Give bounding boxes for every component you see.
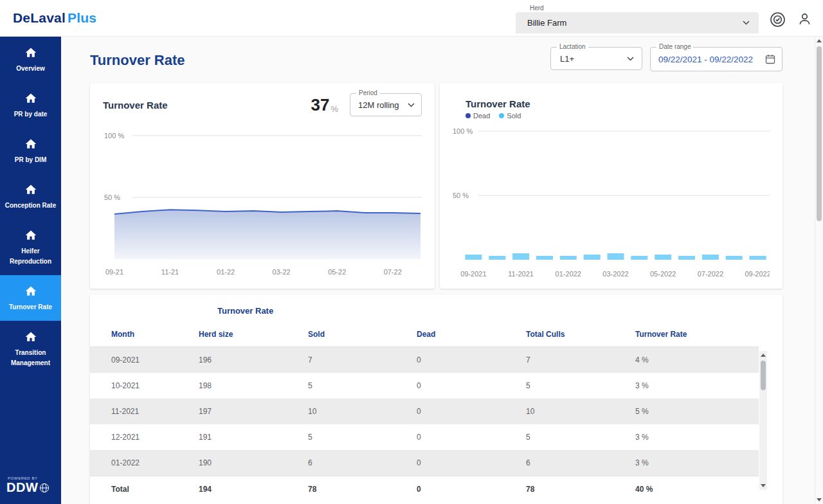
- turnover-line-chart: 100 %50 %09-2111-2101-2203-2205-2207-22: [103, 122, 422, 282]
- home-icon: [24, 229, 37, 242]
- herd-select-group: Herd Billie Farm: [516, 3, 759, 33]
- turnover-table: MonthHerd sizeSoldDeadTotal CullsTurnove…: [90, 323, 759, 502]
- svg-text:03-2022: 03-2022: [602, 270, 628, 278]
- sidebar-nav: OverviewPR by datePR by DIMConception Ra…: [0, 37, 61, 377]
- table-body: 09-20211967074 %10-20211985053 %11-20211…: [90, 347, 759, 476]
- period-select[interactable]: Period 12M rolling: [350, 93, 422, 116]
- chevron-down-icon: [743, 21, 750, 25]
- lactation-value: L1+: [560, 54, 574, 64]
- brand-primary: DeLaval: [13, 10, 66, 25]
- legend-dot-icon: [466, 113, 471, 118]
- sidebar-item-label: PR by date: [14, 109, 48, 120]
- page-filters: Lactation L1+ Date range 09/22/2021 - 09…: [550, 47, 782, 71]
- sidebar-item-overview[interactable]: Overview: [0, 37, 61, 82]
- legend-dot-icon: [499, 113, 504, 118]
- turnover-rate-bar-card: Turnover Rate DeadSold 100 %50 %09-20211…: [440, 83, 782, 289]
- page-content: Turnover Rate Lactation L1+ Date range 0…: [61, 37, 823, 504]
- svg-text:05-22: 05-22: [328, 268, 346, 276]
- home-icon: [24, 285, 37, 298]
- home-icon: [24, 183, 37, 196]
- page-scrollbar-thumb[interactable]: [817, 46, 822, 221]
- sidebar-item-label: PR by DIM: [15, 155, 46, 165]
- column-header: Dead: [417, 323, 526, 347]
- period-label: Period: [356, 89, 380, 96]
- date-range-input[interactable]: Date range 09/22/2021 - 09/22/2022: [650, 47, 782, 71]
- svg-text:09-2021: 09-2021: [460, 270, 486, 278]
- svg-text:50 %: 50 %: [453, 192, 469, 199]
- svg-text:05-2022: 05-2022: [650, 270, 676, 278]
- svg-text:09-2022: 09-2022: [745, 270, 770, 278]
- period-value: 12M rolling: [358, 100, 399, 110]
- scroll-down-arrow[interactable]: [817, 498, 822, 501]
- sidebar-item-label: Conception Rate: [5, 201, 56, 211]
- sidebar-item-label: Turnover Rate: [9, 302, 52, 312]
- table-total-row: Total1947807840 %: [90, 476, 759, 503]
- ddw-logo: DDW: [6, 480, 38, 495]
- home-icon: [24, 92, 37, 105]
- sidebar: OverviewPR by datePR by DIMConception Ra…: [0, 37, 61, 504]
- table-row: 01-20221906063 %: [90, 450, 759, 476]
- kpi-card-header: Turnover Rate 37 % Period 12M rolling: [103, 93, 422, 116]
- herd-select[interactable]: Billie Farm: [516, 12, 759, 33]
- brand-secondary: Plus: [68, 10, 96, 25]
- sidebar-item-label: Heifer Reproduction: [4, 246, 57, 267]
- svg-text:01-22: 01-22: [217, 268, 235, 276]
- goal-target-icon[interactable]: [769, 11, 786, 28]
- table-row: 09-20211967074 %: [90, 347, 759, 374]
- svg-text:50 %: 50 %: [104, 194, 120, 201]
- sidebar-item-label: Overview: [16, 64, 44, 74]
- herd-select-value: Billie Farm: [527, 18, 566, 28]
- calendar-icon: [765, 54, 775, 64]
- lactation-label: Lactation: [557, 43, 588, 50]
- topbar-actions: Herd Billie Farm: [516, 3, 813, 33]
- sidebar-item-pr-by-dim[interactable]: PR by DIM: [0, 128, 61, 174]
- bar-chart-legend: DeadSold: [466, 112, 770, 120]
- svg-text:01-2022: 01-2022: [556, 270, 581, 278]
- table-header-row: MonthHerd sizeSoldDeadTotal CullsTurnove…: [90, 323, 759, 347]
- scroll-up-arrow[interactable]: [817, 39, 822, 42]
- main-layout: OverviewPR by datePR by DIMConception Ra…: [0, 37, 823, 504]
- user-profile-icon[interactable]: [797, 11, 813, 27]
- svg-text:100 %: 100 %: [453, 127, 473, 135]
- globe-icon: [39, 483, 50, 493]
- date-range-value: 09/22/2021 - 09/22/2022: [658, 55, 753, 64]
- legend-dead: Dead: [466, 112, 490, 120]
- sidebar-item-pr-by-date[interactable]: PR by date: [0, 82, 61, 128]
- kpi-group: 37 % Period 12M rolling: [311, 93, 422, 116]
- column-header: Turnover Rate: [635, 323, 759, 347]
- turnover-rate-kpi-card: Turnover Rate 37 % Period 12M rolling: [90, 83, 435, 289]
- lactation-select[interactable]: Lactation L1+: [550, 47, 642, 70]
- column-header: Herd size: [199, 323, 308, 347]
- home-icon: [24, 330, 37, 343]
- app-logo: DeLavalPlus: [13, 10, 96, 26]
- sidebar-item-label: Transition Management: [4, 348, 57, 368]
- svg-text:11-21: 11-21: [161, 268, 179, 276]
- page-scrollbar[interactable]: [815, 37, 823, 504]
- sidebar-item-conception-rate[interactable]: Conception Rate: [0, 174, 61, 219]
- table-row: 12-20211915053 %: [90, 424, 759, 450]
- sidebar-item-turnover-rate[interactable]: Turnover Rate: [0, 275, 61, 321]
- sidebar-footer: POWERED BY DDW: [0, 471, 61, 504]
- table-row: 11-2021197100105 %: [90, 399, 759, 424]
- table-title: Turnover Rate: [217, 306, 782, 316]
- sidebar-item-heifer-reproduction[interactable]: Heifer Reproduction: [0, 219, 61, 275]
- page-title: Turnover Rate: [90, 52, 185, 69]
- table-scroll-up-arrow[interactable]: [761, 354, 766, 357]
- kpi-value: 37: [311, 95, 330, 115]
- chevron-down-icon: [627, 57, 634, 61]
- table-scrollbar[interactable]: [759, 351, 767, 490]
- page-header: Turnover Rate Lactation L1+ Date range 0…: [90, 47, 782, 73]
- svg-text:11-2021: 11-2021: [508, 270, 534, 278]
- table-scrollbar-thumb[interactable]: [761, 361, 766, 390]
- bar-card-title: Turnover Rate: [466, 98, 770, 109]
- top-header: DeLavalPlus Herd Billie Farm: [0, 0, 823, 37]
- svg-text:03-22: 03-22: [273, 268, 291, 276]
- column-header: Total Culls: [526, 323, 635, 347]
- turnover-table-card: Turnover Rate MonthHerd sizeSoldDeadTota…: [90, 294, 782, 504]
- sidebar-item-transition-management[interactable]: Transition Management: [0, 321, 61, 377]
- kpi-unit: %: [330, 104, 338, 116]
- table-scroll-down-arrow[interactable]: [761, 484, 766, 487]
- column-header: Sold: [308, 323, 417, 347]
- chevron-down-icon: [408, 103, 415, 107]
- svg-text:09-21: 09-21: [105, 268, 123, 276]
